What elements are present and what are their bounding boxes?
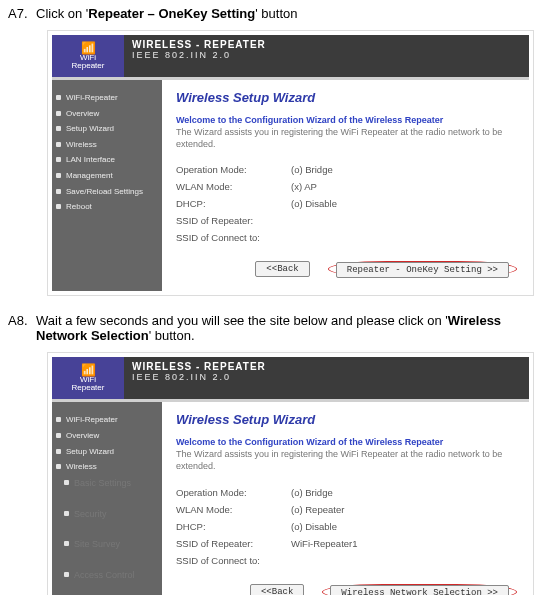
wizard-desc: The Wizard assists you in registering th… — [176, 127, 517, 150]
sidebar-nav: WiFi-RepeaterOverviewSetup WizardWireles… — [52, 402, 162, 595]
logo: 📶 WiFi Repeater — [52, 35, 124, 77]
sidebar-item[interactable]: Wireless — [52, 137, 162, 153]
form-row: WLAN Mode:(x) AP — [176, 181, 517, 192]
sidebar-item[interactable]: Wireless — [52, 459, 162, 475]
form-row: SSID of Repeater:WiFi-Repeater1 — [176, 538, 517, 549]
header-line2: IEEE 802.IIN 2.0 — [132, 50, 266, 60]
sidebar-item[interactable]: LAN Interface — [52, 152, 162, 168]
step-text: Wait a few seconds and you will see the … — [36, 313, 533, 343]
wizard-welcome: Welcome to the Configuration Wizard of t… — [176, 437, 517, 447]
form-value — [291, 555, 517, 566]
form-value — [291, 232, 517, 243]
sidebar-item[interactable]: Overview — [52, 428, 162, 444]
form-row: Operation Mode:(o) Bridge — [176, 487, 517, 498]
wizard-desc: The Wizard assists you in registering th… — [176, 449, 517, 472]
sidebar-nav: WiFi-RepeaterOverviewSetup WizardWireles… — [52, 80, 162, 291]
sidebar-item[interactable]: Save/Reload Settings — [52, 184, 162, 200]
highlight-oval: Wireless Network Selection >> — [322, 584, 517, 595]
wizard-title: Wireless Setup Wizard — [176, 412, 517, 427]
form-value: (o) Bridge — [291, 487, 517, 498]
wireless-network-selection-button[interactable]: Wireless Network Selection >> — [330, 585, 509, 595]
logo-text-bottom: Repeater — [72, 62, 105, 70]
logo-text-bottom: Repeater — [72, 384, 105, 392]
sidebar-subitem[interactable]: Access Control — [52, 567, 162, 584]
form-label: SSID of Connect to: — [176, 555, 291, 566]
highlight-oval: Repeater - OneKey Setting >> — [328, 261, 517, 277]
header-title: WIRELESS - REPEATER IEEE 802.IIN 2.0 — [124, 35, 274, 77]
step-before: Wait a few seconds and you will see the … — [36, 313, 448, 328]
form-row: Operation Mode:(o) Bridge — [176, 164, 517, 175]
form-label: SSID of Repeater: — [176, 215, 291, 226]
screenshot-a8: 📶 WiFi Repeater WIRELESS - REPEATER IEEE… — [48, 353, 533, 595]
sidebar-item[interactable]: WiFi-Repeater — [52, 90, 162, 106]
form-value: (x) AP — [291, 181, 517, 192]
back-button[interactable]: <<Back — [250, 584, 304, 595]
sidebar-subitem[interactable]: Site Survey — [52, 536, 162, 553]
sidebar-item[interactable]: Management — [52, 168, 162, 184]
header-line2: IEEE 802.IIN 2.0 — [132, 372, 266, 382]
form-row: SSID of Repeater: — [176, 215, 517, 226]
form-value: (o) Disable — [291, 521, 517, 532]
header-line1: WIRELESS - REPEATER — [132, 361, 266, 372]
sidebar-item[interactable]: Setup Wizard — [52, 121, 162, 137]
form-value: WiFi-Repeater1 — [291, 538, 517, 549]
step-bold: Repeater – OneKey Setting — [88, 6, 255, 21]
step-id: A8. — [8, 313, 36, 328]
header-line1: WIRELESS - REPEATER — [132, 39, 266, 50]
step-text: Click on 'Repeater – OneKey Setting' but… — [36, 6, 533, 21]
form-label: DHCP: — [176, 198, 291, 209]
form-label: WLAN Mode: — [176, 504, 291, 515]
wizard-welcome: Welcome to the Configuration Wizard of t… — [176, 115, 517, 125]
screenshot-a7: 📶 WiFi Repeater WIRELESS - REPEATER IEEE… — [48, 31, 533, 295]
form-value — [291, 215, 517, 226]
form-row: SSID of Connect to: — [176, 555, 517, 566]
sidebar-item[interactable]: Setup Wizard — [52, 444, 162, 460]
logo: 📶 WiFi Repeater — [52, 357, 124, 399]
back-button[interactable]: <<Back — [255, 261, 309, 277]
sidebar-item[interactable]: Reboot — [52, 199, 162, 215]
step-id: A7. — [8, 6, 36, 21]
form-value: (o) Repeater — [291, 504, 517, 515]
form-label: SSID of Repeater: — [176, 538, 291, 549]
form-value: (o) Bridge — [291, 164, 517, 175]
step-before: Click on ' — [36, 6, 88, 21]
step-after: ' button — [255, 6, 297, 21]
sidebar-item[interactable]: WiFi-Repeater — [52, 412, 162, 428]
sidebar-subitem[interactable]: Basic Settings — [52, 475, 162, 492]
sidebar-item[interactable]: Overview — [52, 106, 162, 122]
step-after: ' button. — [149, 328, 195, 343]
form-label: SSID of Connect to: — [176, 232, 291, 243]
form-label: Operation Mode: — [176, 487, 291, 498]
form-row: DHCP:(o) Disable — [176, 198, 517, 209]
form-label: WLAN Mode: — [176, 181, 291, 192]
form-row: DHCP:(o) Disable — [176, 521, 517, 532]
header-title: WIRELESS - REPEATER IEEE 802.IIN 2.0 — [124, 357, 274, 399]
form-label: DHCP: — [176, 521, 291, 532]
repeater-onekey-button[interactable]: Repeater - OneKey Setting >> — [336, 262, 509, 278]
form-value: (o) Disable — [291, 198, 517, 209]
form-row: WLAN Mode:(o) Repeater — [176, 504, 517, 515]
form-label: Operation Mode: — [176, 164, 291, 175]
form-row: SSID of Connect to: — [176, 232, 517, 243]
sidebar-subitem[interactable]: Security — [52, 506, 162, 523]
wizard-title: Wireless Setup Wizard — [176, 90, 517, 105]
